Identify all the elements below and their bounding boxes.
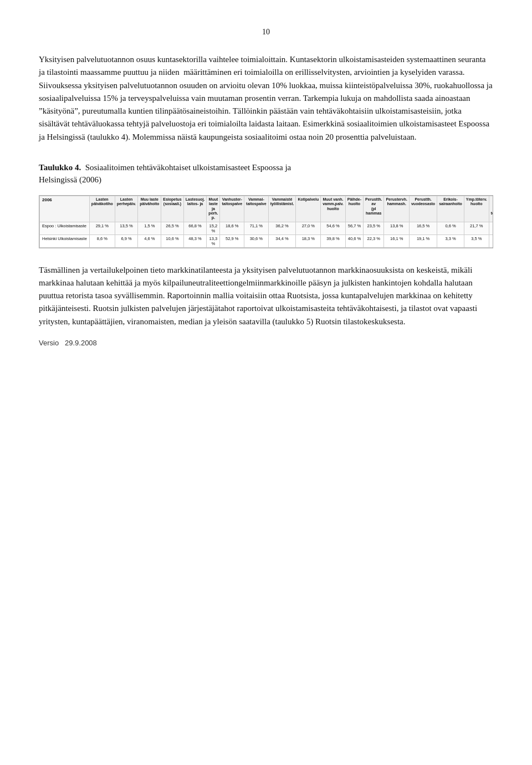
col-header-13: Perustth. av(pl hammas [364,196,384,222]
paragraph-1: Yksityisen palvelutuotannon osuus kuntas… [39,53,493,144]
col-header-8: Vammai-taitospalve [244,196,269,222]
espoo-val-7: 18,6 % [220,222,244,234]
helsinki-val-1: 8,6 % [89,234,115,247]
helsinki-val-14: 16,1 % [384,234,410,247]
table-row-espoo: Espoo : Ulkoistamisaste 29,1 % 13,5 % 1,… [40,222,494,234]
helsinki-val-5: 48,3 % [183,234,207,247]
espoo-val-13: 23,5 % [364,222,384,234]
col-header-15: Perustth.vuodeosasto [409,196,437,222]
helsinki-val-18: 15,0 % [489,234,493,247]
col-header-10: Kotipalvelu [296,196,321,222]
helsinki-val-16: 3,3 % [437,234,464,247]
espoo-val-8: 71,1 % [244,222,269,234]
espoo-val-9: 36,2 % [268,222,296,234]
col-header-18: Muu sos.ja terveyst. [489,196,493,222]
espoo-val-1: 29,1 % [89,222,115,234]
helsinki-val-15: 19,1 % [409,234,437,247]
col-header-11: Muut vanh.vamm.palv.huolto [321,196,346,222]
espoo-val-2: 13,5 % [115,222,138,234]
data-table-wrapper: 2006 Lastenpäiväkotiho Lastenperhepäiv. … [39,195,493,248]
footer: Versio 29.9.2008 [39,339,493,347]
col-header-4: Esiopetus(sosiaali.) [161,196,183,222]
espoo-val-11: 54,6 % [321,222,346,234]
col-header-7: Vanhuster-taitospalve [220,196,244,222]
helsinki-val-2: 6,9 % [115,234,138,247]
row-label-helsinki: Helsinki Ulkoistamisaste [40,234,90,247]
col-header-5: Lastesuoj.laitos- ja [183,196,207,222]
helsinki-val-12: 40,6 % [345,234,363,247]
espoo-val-10: 27,0 % [296,222,321,234]
espoo-val-14: 13,8 % [384,222,410,234]
col-header-17: Ymp.töterv.huolto [464,196,489,222]
table-section: Taulukko 4. Sosiaalitoimen tehtäväkohtai… [39,161,493,248]
espoo-val-6: 15,2 % [207,222,220,234]
espoo-val-5: 66,8 % [183,222,207,234]
espoo-val-4: 26,5 % [161,222,183,234]
espoo-val-3: 1,5 % [138,222,161,234]
year-header: 2006 [40,196,90,222]
helsinki-val-13: 22,3 % [364,234,384,247]
helsinki-val-11: 39,8 % [321,234,346,247]
col-header-12: Päihde-huolto [345,196,363,222]
col-header-6: Muut lasteja perh. p. [207,196,220,222]
table-title: Taulukko 4. Sosiaalitoimen tehtäväkohtai… [39,161,493,186]
col-header-3: Muu lastepäivähoito [138,196,161,222]
espoo-val-15: 16,5 % [409,222,437,234]
helsinki-val-7: 52,9 % [220,234,244,247]
helsinki-val-6: 13,3 % [207,234,220,247]
helsinki-val-10: 18,3 % [296,234,321,247]
version-label: Versio 29.9.2008 [39,339,97,347]
col-header-2: Lastenperhepäiv. [115,196,138,222]
col-header-14: Perustervh.hammash. [384,196,410,222]
helsinki-val-4: 10,6 % [161,234,183,247]
col-header-1: Lastenpäiväkotiho [89,196,115,222]
helsinki-val-17: 3,5 % [464,234,489,247]
helsinki-val-3: 4,6 % [138,234,161,247]
col-header-16: Erikois-sairaanhoito [437,196,464,222]
espoo-val-18: 14,4 % [489,222,493,234]
page-number: 10 [39,28,493,37]
helsinki-val-9: 34,4 % [268,234,296,247]
page-container: 10 Yksityisen palvelutuotannon osuus kun… [0,0,532,369]
col-header-9: Vammaistétyöllistämist. [268,196,296,222]
espoo-val-16: 0,6 % [437,222,464,234]
espoo-val-17: 21,7 % [464,222,489,234]
helsinki-val-8: 30,6 % [244,234,269,247]
row-label-espoo: Espoo : Ulkoistamisaste [40,222,90,234]
paragraph-2: Täsmällinen ja vertailukelpoinen tieto m… [39,264,493,328]
data-table: 2006 Lastenpäiväkotiho Lastenperhepäiv. … [39,196,493,248]
espoo-val-12: 56,7 % [345,222,363,234]
table-row-helsinki: Helsinki Ulkoistamisaste 8,6 % 6,9 % 4,6… [40,234,494,247]
